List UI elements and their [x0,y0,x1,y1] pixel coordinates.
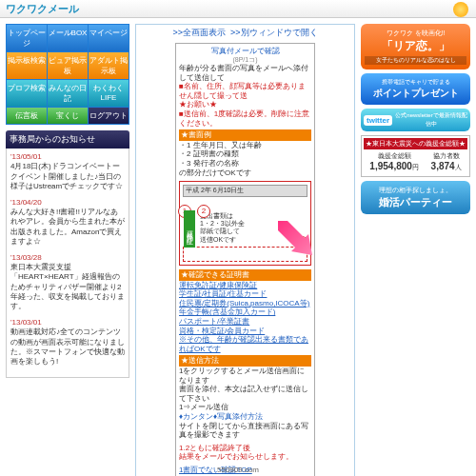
nav-dengon[interactable]: 伝言板 [7,108,47,124]
view-window-link[interactable]: >>別ウィンドウで開く [230,28,318,37]
phone-warn1: ■名前、住所、顔写真等は必要ありません隠して撮って送 [179,82,311,100]
nav-life[interactable]: わくわくLIFE [89,80,129,107]
news-text: 東日本大震災支援「HEART×HEART」経過報告のためチャリティバザー開催より… [10,263,125,312]
right-column: ワクワク を映画化!! 「リア恋。」 女子たちのリアルな恋のはなし 携帯電話でキ… [361,24,470,476]
phone-title: 写真付メールで確認 [179,47,311,56]
nav-mypage[interactable]: マイページ [89,25,129,51]
page-footer: 550909.com [0,466,476,474]
phone-intro: 年齢が分る書面の写真をメールへ添付して送信して [179,64,311,82]
send-text: 1をクリックするとメール送信画面になります 書面を添付、本文は記入せずに送信して… [179,367,311,412]
phone-preview: 写真付メールで確認 (8P/1コ) 年齢が分る書面の写真をメールへ添付して送信し… [175,43,315,476]
section-docs: ★確認できる証明書 [179,269,311,281]
view-full-link[interactable]: >>全画面表示 [172,28,226,37]
donation-counter: ★東日本大震災への義援金総額★ 義援金総額1,954,800円 協力者数3,87… [361,135,470,177]
nav-mailbox[interactable]: メールBOX [48,25,88,51]
section-example: ★書面例 [179,129,311,141]
confirm-note: 1.2ともに確認終了後 結果をメールでお知らせします。 [179,444,311,462]
doc-list: 運転免許証/健康保険証 学生証/社員証/住基カード 住民票/定期券(Suica,… [179,281,311,354]
nav-pure-bbs[interactable]: ピュア掲示板 [48,52,88,79]
section-send: ★送信方法 [179,355,311,367]
card-date: 平成 2年 6月10日生 [183,185,307,196]
circle-3-icon: 3 [295,236,308,249]
promo-konkatsu[interactable]: 理想の相手探しましょ。 婚活パーティー [361,181,470,214]
center-column: >>全画面表示 >>別ウィンドウで開く 写真付メールで確認 (8P/1コ) 年齢… [135,24,355,476]
twitter-icon: twitter [364,115,392,126]
card-text: 提出書類は 1・2・3以外全 部紙で隠して 送信OKです [200,212,307,245]
nav-lottery[interactable]: 宝くじ [48,108,88,124]
easy-text: サイトを閉じてから直接画面にある写真を撮影できます [179,422,311,440]
promo-riakoi[interactable]: ワクワク を映画化!! 「リア恋。」 女子たちのリアルな恋のはなし [361,24,470,69]
id-card-example: 平成 2年 6月10日生 1 2 運転免許証 提出書類は 1・2・3以外全 部紙… [179,181,311,266]
easy-header: ♦カンタン♦写真添付方法 [179,412,311,422]
nav-bbs-search[interactable]: 掲示板検索 [7,52,47,79]
news-text: 4月18日(木)ドラコンイベートークイベント開催しました♪当日の様子はUstre… [10,162,125,191]
example-bullets: ・1 生年月日、又は年齢 ・2 証明書の種類 ・3 発行者の名称 の部分だけでO… [179,141,311,177]
phone-warn3: ■送信前、1度確認は必要。削除に注意ください。 [179,109,311,128]
nav-logout[interactable]: ログアウト [89,108,129,124]
news-header: 事務局からのお知らせ [6,130,129,149]
news-text: みんな大好き!!書籍!!リアルなあれやアレ。会員から生まれた本が出版されました。… [10,208,125,248]
nav-adult-bbs[interactable]: アダルト掲示板 [89,52,129,79]
news-text: 動画連載対応♪全てのコンテンツの動画が画面表示可能になりました。※スマートフォン… [10,327,125,367]
news-date: '13/05/01 [10,152,125,162]
license-badge: 運転免許証 [184,210,195,248]
main-nav: トップページ メールBOX マイページ 掲示板検索 ピュア掲示板 アダルト掲示板… [6,24,129,125]
nav-prof-search[interactable]: プロフ検索 [7,80,47,107]
sun-icon [453,2,468,17]
news-date: '13/04/20 [10,198,125,208]
promo-twitter[interactable]: twitter 公式newsletterで最新情報配信中 [361,109,470,131]
site-title: ワクワクメール [6,2,79,16]
nav-diary[interactable]: みんなの日記 [48,80,88,107]
circle-2-icon: 2 [197,205,210,218]
news-date: '13/03/01 [10,318,125,327]
phone-sub: (8P/1コ) [179,56,311,64]
nav-top[interactable]: トップページ [7,25,47,51]
left-column: トップページ メールBOX マイページ 掲示板検索 ピュア掲示板 アダルト掲示板… [6,24,129,476]
promo-point[interactable]: 携帯電話でキャリで貯まる ポイントプレゼント [361,73,470,105]
news-date: '13/03/28 [10,253,125,263]
dotted-box [183,247,307,262]
phone-warn2: ★お願い★ [179,100,311,109]
news-body: '13/05/014月18日(木)ドラコンイベートークイベント開催しました♪当日… [6,149,129,378]
